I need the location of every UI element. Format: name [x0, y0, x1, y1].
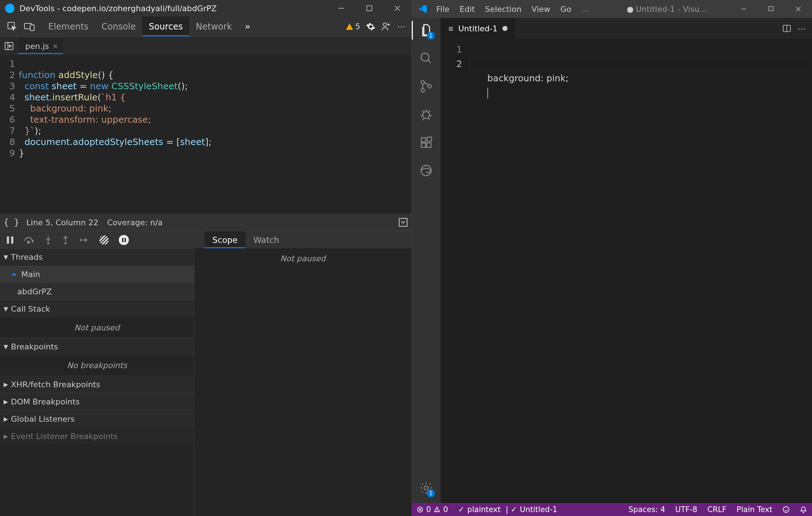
- step-into-icon[interactable]: [45, 235, 52, 245]
- manage-icon[interactable]: 1: [418, 480, 434, 496]
- svg-point-16: [80, 239, 82, 241]
- tab-scope[interactable]: Scope: [204, 231, 245, 248]
- panel-global-header[interactable]: ▶Global Listeners: [0, 410, 194, 427]
- explorer-icon[interactable]: 1: [418, 22, 434, 38]
- navigator-toggle-icon[interactable]: [0, 41, 18, 51]
- devtools-titlebar[interactable]: DevTools - codepen.io/zoherghadyali/full…: [0, 0, 411, 17]
- issues-chip[interactable]: 5: [346, 22, 360, 31]
- svg-point-31: [421, 166, 432, 176]
- svg-point-15: [64, 242, 67, 244]
- explorer-badge: 1: [427, 32, 435, 40]
- collapse-bottom-icon[interactable]: [398, 218, 408, 227]
- vscode-editor[interactable]: 1 2 background: pink;: [441, 39, 812, 503]
- step-out-icon[interactable]: [62, 235, 69, 245]
- split-editor-icon[interactable]: [782, 24, 791, 33]
- panel-callstack-header[interactable]: ▼Call Stack: [0, 300, 194, 317]
- minimize-button[interactable]: [327, 0, 355, 17]
- pause-exceptions-icon[interactable]: [119, 235, 129, 245]
- problems-chip[interactable]: 0 0: [412, 505, 453, 514]
- menu-selection[interactable]: Selection: [485, 5, 521, 14]
- debug-icon[interactable]: [418, 107, 434, 122]
- menu-go[interactable]: Go: [560, 5, 572, 14]
- editor-tab-label: Untitled-1: [458, 24, 497, 33]
- modified-dot-icon: [502, 26, 508, 31]
- svg-point-21: [421, 53, 429, 61]
- svg-rect-12: [11, 236, 13, 244]
- vscode-logo-icon: [418, 4, 428, 14]
- editor-more-icon[interactable]: ⋯: [798, 24, 806, 33]
- panel-xhr-header[interactable]: ▶XHR/fetch Breakpoints: [0, 376, 194, 393]
- svg-point-24: [421, 89, 425, 92]
- devtools-window: DevTools - codepen.io/zoherghadyali/full…: [0, 0, 412, 516]
- tab-console[interactable]: Console: [95, 17, 142, 36]
- file-tabstrip: pen.js ✕: [0, 37, 411, 55]
- file-type-icon: ≡: [448, 24, 453, 33]
- lang-hint-chip[interactable]: ✓plaintext: [453, 505, 506, 514]
- tab-network[interactable]: Network: [189, 17, 238, 36]
- svg-point-7: [383, 23, 387, 26]
- settings-icon[interactable]: [366, 22, 375, 31]
- notifications-icon[interactable]: [795, 506, 812, 513]
- coverage-label: Coverage: n/a: [107, 218, 163, 227]
- file-tab-penjs[interactable]: pen.js ✕: [18, 38, 63, 54]
- editor-tab-untitled[interactable]: ≡ Untitled-1: [441, 18, 515, 39]
- inspect-element-icon[interactable]: [5, 19, 19, 34]
- device-toolbar-icon[interactable]: [22, 19, 37, 34]
- thread-main[interactable]: ➔Main: [0, 266, 194, 283]
- source-control-icon[interactable]: [418, 78, 434, 94]
- lang-mode-chip[interactable]: Plain Text: [731, 505, 777, 514]
- thread-child[interactable]: abdGrPZ: [0, 283, 194, 300]
- debug-panels: ▼Threads ➔Main abdGrPZ ▼Call Stack Not p…: [0, 248, 411, 516]
- menu-edit[interactable]: Edit: [460, 5, 475, 14]
- code-content[interactable]: function addStyle() { const sheet = new …: [19, 58, 411, 214]
- tab-sources[interactable]: Sources: [142, 17, 189, 36]
- file-status-chip[interactable]: | ✓Untitled-1: [506, 505, 562, 514]
- extensions-icon[interactable]: [418, 135, 434, 150]
- devtools-tabstrip: Elements Console Sources Network » 5 ⋯: [0, 17, 411, 37]
- vs-close-button[interactable]: [785, 6, 812, 12]
- encoding-chip[interactable]: UTF-8: [670, 505, 702, 514]
- panel-breakpoints-header[interactable]: ▼Breakpoints: [0, 338, 194, 355]
- vs-line-gutter: 1 2: [441, 42, 469, 503]
- more-icon[interactable]: ⋯: [397, 22, 406, 32]
- svg-point-25: [428, 85, 432, 88]
- svg-point-14: [47, 242, 49, 244]
- vs-editor-content[interactable]: background: pink;: [469, 42, 812, 503]
- source-editor[interactable]: 123456789 function addStyle() { const sh…: [0, 55, 411, 214]
- menu-file[interactable]: File: [436, 5, 450, 14]
- pretty-print-icon[interactable]: { }: [4, 217, 19, 227]
- step-over-icon[interactable]: [24, 236, 35, 244]
- vscode-window: File Edit Selection View Go … ●Untitled-…: [412, 0, 812, 516]
- panel-dom-header[interactable]: ▶DOM Breakpoints: [0, 393, 194, 410]
- tab-elements[interactable]: Elements: [42, 17, 95, 36]
- scope-not-paused-msg: Not paused: [194, 248, 411, 269]
- breakpoints-empty-msg: No breakpoints: [0, 355, 194, 376]
- feedback-icon[interactable]: [777, 506, 795, 513]
- vs-minimize-button[interactable]: [730, 6, 757, 12]
- maximize-button[interactable]: [355, 0, 383, 17]
- indent-chip[interactable]: Spaces: 4: [623, 505, 670, 514]
- svg-point-23: [421, 81, 425, 84]
- close-button[interactable]: [383, 0, 411, 17]
- edge-tools-icon[interactable]: [418, 163, 434, 178]
- deactivate-breakpoints-icon[interactable]: [99, 235, 109, 245]
- panel-event-header[interactable]: ▶Event Listener Breakpoints: [0, 427, 194, 445]
- vscode-titlebar[interactable]: File Edit Selection View Go … ●Untitled-…: [412, 0, 812, 18]
- eol-chip[interactable]: CRLF: [702, 505, 731, 514]
- file-tab-label: pen.js: [25, 42, 49, 51]
- account-icon[interactable]: [381, 22, 391, 32]
- tab-overflow[interactable]: »: [238, 17, 257, 36]
- step-icon[interactable]: [79, 236, 89, 244]
- menu-view[interactable]: View: [532, 5, 550, 14]
- panel-threads-header[interactable]: ▼Threads: [0, 248, 194, 266]
- pause-icon[interactable]: [6, 236, 14, 244]
- svg-point-40: [783, 507, 789, 512]
- close-icon[interactable]: ✕: [53, 42, 58, 50]
- tab-watch[interactable]: Watch: [245, 231, 287, 248]
- vscode-statusbar: 0 0 ✓plaintext | ✓Untitled-1 Spaces: 4 U…: [412, 503, 812, 516]
- menu-more[interactable]: …: [582, 5, 590, 14]
- search-icon[interactable]: [418, 50, 434, 66]
- svg-point-26: [423, 112, 430, 118]
- vs-maximize-button[interactable]: [757, 6, 785, 11]
- line-gutter: 123456789: [0, 58, 19, 214]
